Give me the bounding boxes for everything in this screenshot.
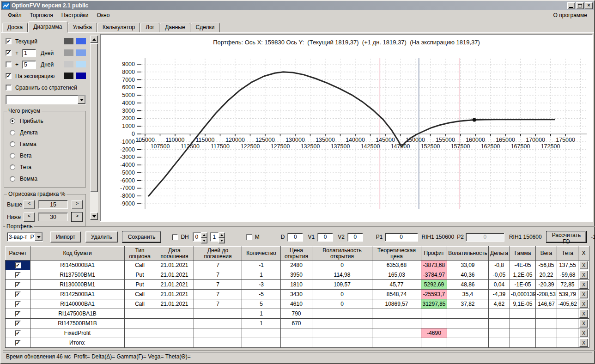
- column-header[interactable]: Количество: [242, 247, 281, 261]
- menu-item[interactable]: Окно: [93, 11, 114, 19]
- row-calc-checkbox[interactable]: ✓: [6, 338, 30, 348]
- row-delete-button[interactable]: X: [579, 329, 588, 337]
- radio-option[interactable]: Гамма: [7, 138, 83, 150]
- column-header[interactable]: Волатильность: [447, 247, 489, 261]
- below-increment-button[interactable]: >: [72, 212, 83, 222]
- plus5-days-input[interactable]: [22, 61, 36, 69]
- column-header[interactable]: Волатильность открытия: [312, 247, 372, 261]
- column-header[interactable]: Вега: [536, 247, 557, 261]
- delete-button[interactable]: Удалить: [85, 231, 118, 243]
- m-checkbox[interactable]: [246, 234, 252, 240]
- v1-input[interactable]: [317, 233, 333, 242]
- scroll-down-icon[interactable]: [90, 212, 98, 220]
- tab-доска[interactable]: Доска: [2, 23, 28, 32]
- row-calc-checkbox[interactable]: ✓: [6, 319, 30, 328]
- radio-option[interactable]: Вомма: [7, 173, 83, 184]
- spinner-up-icon[interactable]: [201, 232, 207, 238]
- cell: 1,2E-05: [510, 270, 536, 280]
- radio-option[interactable]: Дельта: [7, 127, 83, 138]
- plus1-days-input[interactable]: [22, 49, 36, 57]
- row-calc-checkbox[interactable]: ✓: [6, 328, 30, 338]
- row-calc-checkbox[interactable]: ✓: [6, 290, 30, 299]
- above-value-input[interactable]: [38, 200, 68, 209]
- maximize-button[interactable]: [576, 2, 584, 9]
- above-increment-button[interactable]: >: [72, 200, 83, 209]
- row-delete-button[interactable]: X: [579, 271, 588, 279]
- column-header[interactable]: Теоретическая цена: [372, 247, 421, 261]
- below-decrement-button[interactable]: <: [24, 212, 35, 222]
- row-calc-checkbox[interactable]: ✓: [6, 280, 30, 290]
- dh-spinner-1[interactable]: [193, 232, 207, 242]
- spinner-down-icon[interactable]: [201, 238, 207, 243]
- row-delete-button[interactable]: X: [579, 309, 588, 318]
- compare-strategy-checkbox[interactable]: [6, 85, 12, 91]
- radio-option[interactable]: Вега: [7, 150, 83, 161]
- row-calc-checkbox[interactable]: ✓: [6, 309, 30, 319]
- row-calc-checkbox[interactable]: ✓: [6, 299, 30, 309]
- expiration-checkbox[interactable]: ✓: [6, 73, 12, 79]
- p2-input[interactable]: [466, 233, 504, 242]
- radio-label: Вомма: [20, 176, 37, 182]
- row-calc-checkbox[interactable]: ✓: [6, 261, 30, 270]
- menu-item[interactable]: Настройки: [57, 11, 93, 19]
- plus1-checkbox[interactable]: ✓: [6, 50, 12, 56]
- radio-option[interactable]: Прибыль: [7, 115, 83, 127]
- spinner-down-icon[interactable]: [219, 238, 225, 243]
- scroll-up-icon[interactable]: [90, 36, 98, 43]
- scrollbar-thumb[interactable]: [90, 43, 98, 192]
- column-header[interactable]: Дней до погашения: [194, 247, 242, 261]
- row-delete-button[interactable]: X: [579, 319, 588, 328]
- column-header[interactable]: Код бумаги: [30, 247, 125, 261]
- title-bar[interactable]: OptionFVV версия 2.1 public ×: [1, 1, 594, 10]
- column-header[interactable]: Профит: [421, 247, 447, 261]
- plus5-checkbox[interactable]: [6, 61, 12, 67]
- tab-калькулятор[interactable]: Калькулятор: [97, 23, 140, 32]
- cell: [312, 309, 372, 319]
- row-delete-button[interactable]: X: [579, 339, 588, 347]
- dropdown-arrow-icon[interactable]: [78, 96, 85, 104]
- v2-input[interactable]: [347, 233, 363, 242]
- p1-input[interactable]: [385, 233, 418, 242]
- minimize-button[interactable]: [567, 2, 575, 9]
- dh-spinner-2-input[interactable]: [210, 232, 219, 242]
- profit-chart[interactable]: 9000800070006000500040003000200010000-10…: [101, 46, 590, 220]
- row-delete-button[interactable]: X: [579, 290, 588, 298]
- column-header[interactable]: Тип опциона: [125, 247, 155, 261]
- column-header[interactable]: Дата погашения: [155, 247, 194, 261]
- row-delete-button[interactable]: X: [579, 261, 588, 269]
- tab-сделки[interactable]: Сделки: [191, 23, 220, 32]
- above-decrement-button[interactable]: <: [24, 200, 35, 209]
- radio-option[interactable]: Тета: [7, 161, 83, 173]
- save-button[interactable]: Сохранить: [122, 231, 161, 243]
- row-delete-button[interactable]: X: [579, 300, 588, 308]
- panel-scrollbar[interactable]: [90, 36, 98, 220]
- menu-item[interactable]: Торговля: [26, 11, 57, 19]
- dropdown-arrow-icon[interactable]: [35, 233, 42, 241]
- dh-spinner-1-input[interactable]: [193, 232, 201, 242]
- below-value-input[interactable]: [38, 212, 68, 221]
- tab-лог[interactable]: Лог: [140, 23, 159, 32]
- spinner-up-icon[interactable]: [219, 232, 225, 238]
- column-header[interactable]: Гамма: [510, 247, 536, 261]
- d-input[interactable]: [287, 233, 303, 242]
- import-button[interactable]: Импорт: [50, 231, 81, 243]
- portfolio-select[interactable]: 3-вар-т_РТС: [7, 232, 43, 242]
- strategy-dropdown[interactable]: [6, 95, 86, 104]
- tab-улыбка[interactable]: Улыбка: [68, 23, 97, 32]
- tab-данные[interactable]: Данные: [160, 23, 190, 32]
- tab-диаграмма[interactable]: Диаграмма: [28, 21, 67, 33]
- column-header[interactable]: Дельта: [489, 247, 510, 261]
- row-delete-button[interactable]: X: [579, 280, 588, 289]
- column-header[interactable]: Тета: [557, 247, 578, 261]
- close-button[interactable]: ×: [585, 2, 593, 9]
- column-header[interactable]: Цена открытия: [281, 247, 312, 261]
- dh-checkbox[interactable]: [172, 234, 178, 240]
- menu-item-about[interactable]: О программе: [549, 11, 591, 19]
- row-calc-checkbox[interactable]: ✓: [6, 270, 30, 280]
- menu-item[interactable]: Файл: [4, 11, 26, 19]
- column-header[interactable]: Расчет: [6, 247, 30, 261]
- dh-spinner-2[interactable]: [210, 232, 225, 242]
- current-checkbox[interactable]: ✓: [6, 38, 12, 44]
- calc-go-button[interactable]: Рассчитать ГО: [546, 231, 587, 243]
- column-header[interactable]: X: [578, 247, 589, 261]
